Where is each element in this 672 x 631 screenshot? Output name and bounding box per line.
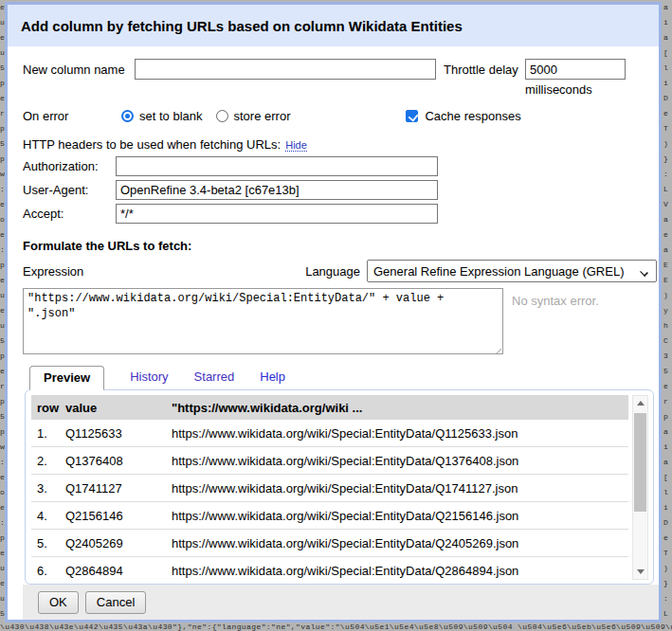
cache-responses-label[interactable]: Cache responses [425,109,520,123]
tab-help[interactable]: Help [260,366,285,389]
accept-label: Accept: [23,207,116,221]
store-error-radio[interactable] [216,110,228,122]
milliseconds-label: milliseconds [525,82,626,97]
preview-table-header: row value "https://www.wikidata.org/wiki… [31,395,628,420]
tab-history[interactable]: History [130,366,168,389]
new-column-name-input[interactable] [135,59,436,80]
language-select[interactable]: General Refine Expression Language (GREL… [367,260,657,282]
set-to-blank-radio[interactable] [121,110,134,122]
expression-textarea[interactable]: "https://www.wikidata.org/wiki/Special:E… [23,288,503,354]
background-page-fragment-bottom: \u430\u438\u43e\u442\u435\u43a\u430"},"n… [0,623,672,631]
dialog-body: New column name Throttle delay milliseco… [8,46,659,620]
expression-language-row: Expression Language General Refine Expre… [23,260,659,282]
formulate-urls-label: Formulate the URLs to fetch: [23,239,659,253]
user-agent-label: User-Agent: [23,183,116,197]
language-label: Language [305,264,367,279]
set-to-blank-label[interactable]: set to blank [139,109,203,123]
new-column-row: New column name Throttle delay milliseco… [23,59,659,97]
preview-table-body: 1.Q1125633https://www.wikidata.org/wiki/… [31,420,628,585]
table-row: 5.Q2405269https://www.wikidata.org/wiki/… [31,530,628,557]
screen: e u e u 5 p e r p 5 p w : e o e : p e u … [0,0,672,631]
table-row: 6.Q2864894https://www.wikidata.org/wiki/… [31,557,628,585]
accept-input[interactable] [116,204,438,224]
cache-responses-group: Cache responses [406,109,520,123]
store-error-label[interactable]: store error [234,109,291,123]
authorization-input[interactable] [116,156,438,176]
new-column-name-label: New column name [23,59,135,77]
expression-editor-row: "https://www.wikidata.org/wiki/Special:E… [23,288,659,357]
hide-link[interactable]: Hide [285,139,307,152]
cancel-button[interactable]: Cancel [85,591,146,614]
table-row: 1.Q1125633https://www.wikidata.org/wiki/… [31,420,628,447]
language-selected-value: General Refine Expression Language (GREL… [373,264,624,279]
user-agent-input[interactable] [116,180,438,200]
cache-responses-checkbox[interactable] [406,110,418,122]
column-header-row: row [31,401,60,415]
preview-panel: row value "https://www.wikidata.org/wiki… [25,389,654,585]
syntax-status: No syntax error. [512,294,599,308]
table-row: 2.Q1376408https://www.wikidata.org/wiki/… [31,447,628,475]
accept-row: Accept: [23,204,659,224]
throttle-group: milliseconds [525,59,626,97]
preview-scrollbar[interactable] [632,395,648,580]
scroll-down-icon[interactable] [633,565,647,579]
throttle-delay-input[interactable] [525,59,626,80]
column-header-value: value [60,401,166,415]
dialog-title: Add column by fetching URLs based on col… [21,18,463,34]
add-column-by-fetching-urls-dialog: Add column by fetching URLs based on col… [5,2,662,622]
tab-preview[interactable]: Preview [29,366,104,390]
scrollbar-thumb[interactable] [634,413,646,512]
authorization-label: Authorization: [23,159,116,173]
throttle-delay-label: Throttle delay [444,59,525,77]
dialog-header: Add column by fetching URLs based on col… [8,5,659,46]
http-headers-label: HTTP headers to be used when fetching UR… [23,137,281,152]
expression-label: Expression [23,264,83,279]
scroll-up-icon[interactable] [633,396,647,410]
ok-button[interactable]: OK [38,591,79,614]
column-header-url: "https://www.wikidata.org/wiki ... [166,401,628,415]
preview-tabs: Preview History Starred Help [29,365,659,389]
user-agent-row: User-Agent: [23,180,659,200]
http-headers-row: HTTP headers to be used when fetching UR… [23,137,659,153]
tab-starred[interactable]: Starred [194,366,235,389]
on-error-label: On error [23,109,121,123]
dialog-footer: OK Cancel [23,585,659,620]
background-page-fragment-right: a i a [ l i D e T ) } : L V a e a E E ) … [662,0,672,631]
authorization-row: Authorization: [23,156,659,176]
table-row: 4.Q2156146https://www.wikidata.org/wiki/… [31,502,628,530]
table-row: 3.Q1741127https://www.wikidata.org/wiki/… [31,475,628,502]
on-error-row: On error set to blank store error Cache … [23,107,659,125]
